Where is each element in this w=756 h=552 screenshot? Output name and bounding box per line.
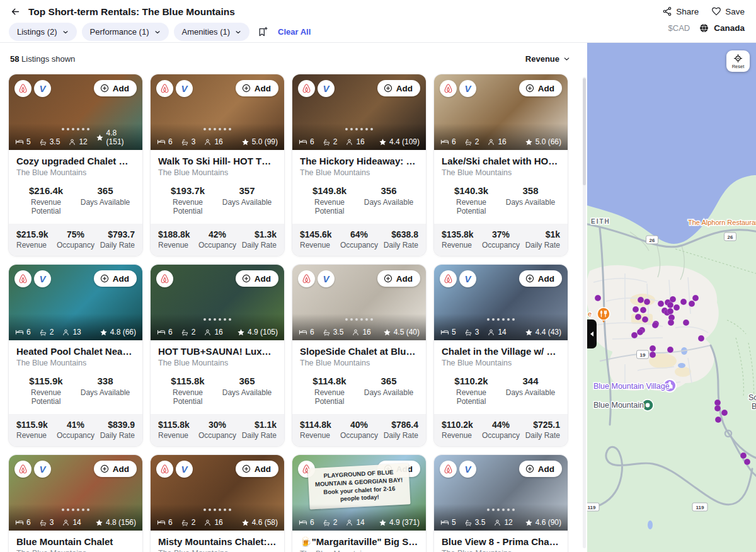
baths-stat: 3.5 [464, 518, 486, 527]
map-listing-marker[interactable] [692, 295, 699, 301]
map-label: EITH [591, 218, 610, 225]
listing-card[interactable]: V Add 6 3.5 16 [292, 265, 426, 446]
map-listing-marker[interactable] [640, 307, 646, 313]
baths-value: 2 [475, 137, 479, 146]
add-label: Add [255, 84, 271, 93]
plus-circle-icon [241, 83, 251, 93]
map-listing-marker[interactable] [667, 308, 673, 314]
listing-photo[interactable]: V Add 6 2 16 [151, 455, 284, 531]
map-listing-marker[interactable] [658, 301, 664, 307]
map-listing-marker[interactable] [683, 319, 689, 326]
add-listing-button[interactable]: Add [377, 270, 420, 287]
star-icon [96, 134, 104, 142]
listing-card[interactable]: V Add 6 2 16 [151, 455, 284, 552]
add-listing-button[interactable]: Add [519, 80, 562, 96]
filter-chip-amenities[interactable]: Amenities (1) [174, 23, 250, 41]
back-button[interactable] [9, 5, 22, 18]
add-listing-button[interactable]: Add [94, 80, 137, 96]
listing-photo[interactable]: Add PLAYGROUND OF BLUE MOUNTAIN & GEORGI… [292, 455, 426, 531]
listing-card[interactable]: Add 6 2 16 4.9 (105) [151, 265, 284, 446]
listing-photo[interactable]: V Add 5 3.5 12 [9, 74, 142, 150]
filter-chip-listings[interactable]: Listings (2) [9, 23, 77, 41]
map-listing-marker[interactable] [715, 417, 721, 423]
listing-card[interactable]: V Add 5 3 14 [434, 265, 568, 446]
listing-card[interactable]: V Add 6 2 16 [292, 74, 426, 256]
listing-photo[interactable]: V Add 5 3.5 12 [434, 455, 568, 531]
map-listing-marker[interactable] [595, 295, 601, 301]
save-button[interactable]: Save [711, 6, 745, 16]
listing-card[interactable]: Add PLAYGROUND OF BLUE MOUNTAIN & GEORGI… [292, 455, 426, 552]
map-listing-marker[interactable] [637, 329, 643, 335]
map-listing-marker[interactable] [744, 459, 750, 465]
listing-photo[interactable]: V Add 5 3 14 [434, 265, 568, 340]
map-listing-marker[interactable] [650, 352, 656, 358]
save-filter-button[interactable] [255, 25, 270, 38]
scrollbar-thumb[interactable] [583, 78, 586, 185]
add-listing-button[interactable]: Add [236, 80, 278, 96]
map-listing-marker[interactable] [652, 322, 658, 328]
add-listing-button[interactable]: Add [519, 270, 562, 287]
listing-photo[interactable]: V Add 6 3.5 16 [292, 265, 426, 340]
add-listing-button[interactable]: Add [236, 270, 278, 287]
listing-photo[interactable]: V Add 6 2 13 [9, 265, 142, 340]
listing-photo[interactable]: V Add 6 2 16 [434, 74, 568, 150]
listings-grid: V Add 5 3.5 12 [0, 74, 587, 552]
map-listing-marker[interactable] [689, 301, 695, 307]
map-listing-marker[interactable] [633, 306, 639, 313]
map-listing-marker[interactable] [673, 304, 680, 311]
map-listing-marker[interactable] [667, 302, 673, 308]
listing-photo[interactable]: V Add 6 2 16 [292, 74, 426, 150]
listing-card[interactable]: V Add 5 3.5 12 [434, 455, 568, 552]
listing-card[interactable]: V Add 6 3 16 [151, 74, 284, 256]
map-reset-button[interactable]: Reset [726, 50, 750, 72]
daily-rate-value: $1.3k [241, 229, 277, 239]
svg-text:119: 119 [588, 505, 596, 510]
add-listing-button[interactable]: Add [94, 270, 137, 287]
listing-card[interactable]: V Add 5 3.5 12 [9, 74, 142, 256]
map-listing-marker[interactable] [638, 297, 644, 303]
clear-all-button[interactable]: Clear All [275, 26, 313, 38]
listing-title: Blue Mountain Chalet [16, 536, 135, 547]
map-listing-marker[interactable] [714, 405, 721, 411]
country-selector[interactable]: Canada [699, 23, 745, 33]
map-listing-marker[interactable] [642, 316, 648, 323]
baths-value: 2 [333, 518, 338, 527]
map-listing-marker[interactable] [668, 319, 674, 326]
listing-card[interactable]: V Add 6 2 16 [434, 74, 568, 256]
listing-photo[interactable]: Add 6 2 16 4.9 (105) [151, 265, 284, 340]
add-listing-button[interactable]: Add [519, 461, 562, 477]
map-listing-marker[interactable] [680, 299, 687, 305]
add-listing-button[interactable]: Add [236, 461, 278, 477]
listing-card[interactable]: V Add 6 3 14 [9, 455, 142, 552]
map-listing-marker[interactable] [650, 345, 656, 352]
listing-card[interactable]: V Add 6 2 13 [9, 265, 142, 446]
map-canvas[interactable]: 262619119119 [587, 43, 756, 552]
map-listing-marker[interactable] [635, 314, 641, 320]
vrbo-badge: V [459, 80, 476, 97]
map-listing-marker[interactable] [644, 299, 650, 305]
add-listing-button[interactable]: Add [94, 461, 137, 477]
sort-dropdown[interactable]: Revenue [525, 54, 571, 64]
map-listing-marker[interactable] [721, 410, 728, 416]
listings-scrollbar[interactable] [583, 77, 586, 548]
star-icon [525, 519, 533, 527]
days-available-stat: 338 Days Available [76, 376, 135, 406]
listing-photo[interactable]: V Add 6 3 16 [151, 74, 284, 150]
daily-rate-label: Daily Rate [241, 431, 277, 440]
map-collapse-handle[interactable] [587, 319, 597, 348]
map-listing-marker[interactable] [670, 296, 676, 302]
guests-value: 16 [214, 137, 222, 146]
map-listing-marker[interactable] [667, 347, 673, 353]
daily-rate-stat: $725.1 Daily Rate [525, 420, 560, 440]
rating-value: 5.0 (99) [252, 137, 278, 146]
add-listing-button[interactable]: Add [377, 80, 420, 96]
beds-stat: 5 [440, 518, 456, 527]
map-listing-marker[interactable] [698, 335, 704, 342]
share-button[interactable]: Share [662, 6, 699, 16]
filter-chip-performance[interactable]: Performance (1) [82, 23, 169, 41]
map-listing-marker[interactable] [714, 400, 721, 406]
map-listing-marker[interactable] [740, 452, 747, 459]
map-listing-marker[interactable] [631, 332, 638, 338]
daily-rate-value: $1k [525, 229, 560, 239]
listing-photo[interactable]: V Add 6 3 14 [9, 455, 142, 531]
